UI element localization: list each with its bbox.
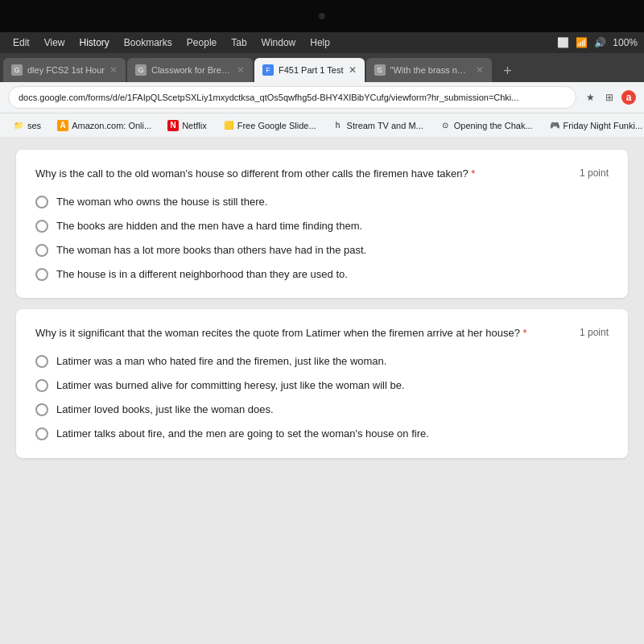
url-input[interactable]: docs.google.com/forms/d/e/1FAIpQLScetpSX…	[8, 86, 576, 109]
menu-bookmarks[interactable]: Bookmarks	[118, 35, 179, 50]
question-1-text: Why is the call to the old woman's house…	[35, 166, 580, 182]
bookmark-amazon-label: Amazon.com: Onli...	[72, 121, 151, 130]
question-2-option-c[interactable]: Latimer loved books, just like the woman…	[35, 402, 609, 417]
bookmark-slides-icon: 🟨	[223, 120, 234, 131]
address-icons: ★ ⊞ a	[583, 90, 636, 105]
menu-right-icons: ⬜ 📶 🔊 100%	[557, 37, 638, 48]
question-1-radio-b[interactable]	[35, 220, 48, 233]
bookmark-fnf[interactable]: 🎮 Friday Night Funki...	[543, 118, 644, 133]
question-2-body: Why is it significant that the woman rec…	[35, 327, 520, 339]
question-2-radio-a[interactable]	[35, 355, 48, 368]
tab-f451-close[interactable]: ✕	[349, 64, 357, 76]
question-1-radio-a[interactable]	[35, 196, 48, 208]
bookmark-chak-label: Opening the Chak...	[454, 121, 533, 130]
menu-bar: Edit View History Bookmarks People Tab W…	[0, 32, 644, 53]
question-1-card: Why is the call to the old woman's house…	[16, 150, 628, 298]
question-1-radio-d[interactable]	[35, 268, 48, 281]
menu-tab[interactable]: Tab	[225, 35, 253, 50]
question-2-option-d-text: Latimer talks about fire, and the men ar…	[56, 427, 429, 441]
bookmark-stream[interactable]: h Stream TV and M...	[326, 118, 430, 133]
tab-brass[interactable]: S "With the brass nozzle in hi... ✕	[366, 58, 492, 82]
bookmarks-bar: 📁 ses A Amazon.com: Onli... N Netflix 🟨 …	[0, 113, 644, 137]
tab-bar: G dley FCS2 1st Hour ✕ G Classwork for B…	[0, 53, 644, 82]
bookmark-ses[interactable]: 📁 ses	[6, 118, 47, 133]
question-1-option-d-text: The house is in a different neighborhood…	[56, 267, 348, 282]
bookmark-netflix[interactable]: N Netflix	[161, 118, 213, 133]
screen-icon: ⬜	[557, 37, 569, 48]
tab-fcs2-label: dley FCS2 1st Hour	[27, 65, 105, 75]
question-1-option-a-text: The woman who owns the house is still th…	[56, 195, 267, 209]
bookmark-netflix-icon: N	[167, 120, 179, 131]
question-1-required: *	[471, 167, 475, 180]
menu-help[interactable]: Help	[303, 35, 336, 50]
question-1-option-a[interactable]: The woman who owns the house is still th…	[35, 195, 609, 209]
bookmark-slides[interactable]: 🟨 Free Google Slide...	[217, 118, 323, 133]
menu-history[interactable]: History	[72, 35, 115, 50]
tab-brass-label: "With the brass nozzle in hi...	[390, 65, 471, 75]
extensions-icon[interactable]: ⊞	[602, 90, 617, 105]
volume-icon: 🔊	[594, 37, 606, 48]
question-2-points: 1 point	[580, 327, 609, 338]
bookmark-slides-label: Free Google Slide...	[237, 121, 316, 130]
question-1-option-b[interactable]: The books are hidden and the men have a …	[35, 219, 609, 233]
bookmark-fnf-icon: 🎮	[549, 120, 560, 131]
bookmark-ses-label: ses	[27, 121, 41, 130]
question-2-option-a[interactable]: Latimer was a man who hated fire and the…	[35, 354, 609, 369]
tab-classwork-favicon: G	[135, 64, 147, 76]
question-2-radio-b[interactable]	[35, 379, 48, 392]
question-1-body: Why is the call to the old woman's house…	[35, 167, 469, 180]
bookmark-ses-icon: 📁	[13, 120, 24, 131]
wifi-icon: 📶	[576, 37, 588, 48]
tab-classwork-label: Classwork for Brems—8th G	[151, 65, 232, 75]
question-2-option-c-text: Latimer loved books, just like the woman…	[56, 402, 274, 417]
bookmark-chak[interactable]: ⊙ Opening the Chak...	[433, 118, 539, 133]
tab-brass-close[interactable]: ✕	[476, 64, 484, 76]
camera-dot	[319, 13, 325, 19]
tab-classwork-close[interactable]: ✕	[237, 64, 245, 76]
tab-brass-favicon: S	[374, 64, 386, 76]
tab-f451-label: F451 Part 1 Test	[279, 65, 344, 75]
question-2-options: Latimer was a man who hated fire and the…	[35, 354, 609, 442]
question-2-option-d[interactable]: Latimer talks about fire, and the men ar…	[35, 427, 609, 441]
battery-label: 100%	[613, 37, 638, 48]
bookmark-stream-label: Stream TV and M...	[347, 121, 423, 130]
question-1-points: 1 point	[580, 167, 609, 179]
menu-window[interactable]: Window	[255, 35, 303, 50]
question-2-card: Why is it significant that the woman rec…	[16, 309, 628, 457]
question-1-option-c-text: The woman has a lot more books than othe…	[56, 243, 366, 258]
new-tab-button[interactable]: +	[497, 60, 519, 82]
question-1-option-d[interactable]: The house is in a different neighborhood…	[35, 267, 609, 282]
tab-f451[interactable]: F F451 Part 1 Test ✕	[254, 58, 365, 82]
top-chrome-bar	[0, 0, 644, 32]
tab-fcs2-close[interactable]: ✕	[109, 64, 118, 76]
question-2-text: Why is it significant that the woman rec…	[35, 325, 580, 341]
question-2-radio-c[interactable]	[35, 403, 48, 416]
question-1-option-c[interactable]: The woman has a lot more books than othe…	[35, 243, 609, 258]
question-2-required: *	[523, 327, 527, 339]
question-1-radio-c[interactable]	[35, 244, 48, 257]
question-2-radio-d[interactable]	[35, 427, 48, 440]
tab-classwork[interactable]: G Classwork for Brems—8th G ✕	[127, 58, 253, 82]
address-bar: docs.google.com/forms/d/e/1FAIpQLScetpSX…	[0, 82, 644, 113]
question-2-option-b[interactable]: Latimer was burned alive for committing …	[35, 378, 609, 393]
profile-icon[interactable]: a	[621, 90, 636, 105]
menu-people[interactable]: People	[180, 35, 223, 50]
question-2-header: Why is it significant that the woman rec…	[35, 325, 609, 341]
main-content: Why is the call to the old woman's house…	[0, 137, 644, 644]
bookmark-amazon[interactable]: A Amazon.com: Onli...	[51, 118, 158, 133]
question-2-option-a-text: Latimer was a man who hated fire and the…	[56, 354, 386, 369]
question-1-options: The woman who owns the house is still th…	[35, 195, 609, 283]
bookmark-stream-icon: h	[332, 120, 344, 131]
bookmark-chak-icon: ⊙	[440, 120, 451, 131]
menu-view[interactable]: View	[38, 35, 72, 50]
question-2-option-b-text: Latimer was burned alive for committing …	[56, 378, 405, 393]
star-icon[interactable]: ★	[583, 90, 597, 105]
menu-edit[interactable]: Edit	[6, 35, 36, 50]
bookmark-fnf-label: Friday Night Funki...	[564, 121, 642, 130]
bookmark-netflix-label: Netflix	[182, 121, 207, 130]
tab-fcs2[interactable]: G dley FCS2 1st Hour ✕	[3, 58, 126, 82]
bookmark-amazon-icon: A	[57, 120, 68, 131]
url-text: docs.google.com/forms/d/e/1FAIpQLScetpSX…	[19, 93, 518, 102]
question-1-header: Why is the call to the old woman's house…	[35, 166, 609, 182]
question-1-option-b-text: The books are hidden and the men have a …	[56, 219, 362, 233]
